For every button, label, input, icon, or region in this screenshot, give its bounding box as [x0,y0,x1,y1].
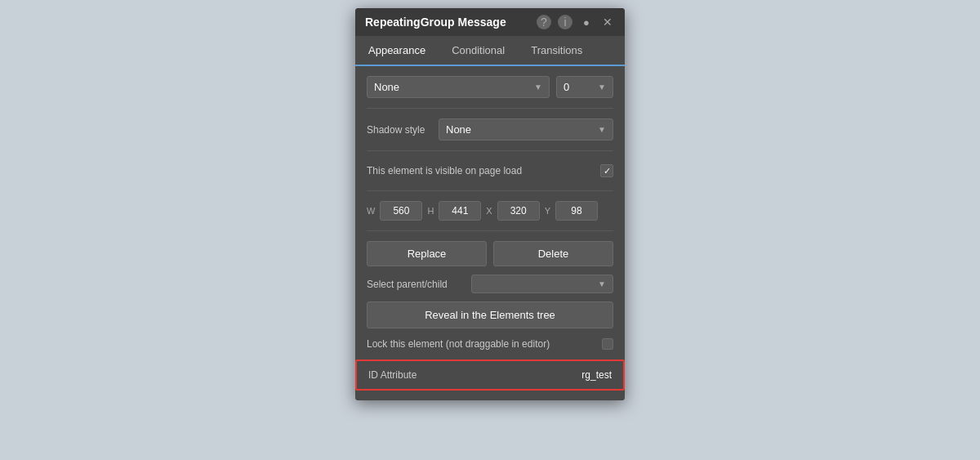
close-button[interactable]: ✕ [600,15,615,29]
shadow-dropdown[interactable]: None ▼ [439,118,613,141]
visibility-row: This element is visible on page load ✓ [367,161,613,181]
dimensions-row: W H X Y [367,201,613,221]
close-icon: ✕ [603,16,612,29]
visibility-label: This element is visible on page load [367,165,522,176]
help-icon: ? [541,16,547,29]
shadow-arrow: ▼ [598,125,606,134]
zero-dropdown-arrow: ▼ [598,83,606,92]
tabs-container: Appearance Conditional Transitions [355,36,625,66]
parent-child-dropdown[interactable]: ▼ [471,275,613,293]
panel: RepeatingGroup Message ? i ● ✕ Appearanc… [355,8,625,400]
replace-button[interactable]: Replace [367,241,487,266]
divider-3 [367,190,613,191]
none-dropdown[interactable]: None ▼ [367,76,550,98]
id-attribute-row: ID Attribute rg_test [355,360,625,391]
lock-checkbox[interactable] [602,338,613,350]
y-label: Y [545,206,550,216]
x-label: X [486,206,492,216]
panel-title: RepeatingGroup Message [365,16,506,29]
reveal-button[interactable]: Reveal in the Elements tree [367,301,613,328]
visibility-checkbox[interactable]: ✓ [600,164,613,177]
divider-2 [367,150,613,151]
comment-button[interactable]: ● [579,15,594,29]
action-buttons-row: Replace Delete [367,241,613,266]
lock-label: Lock this element (not draggable in edit… [367,338,550,350]
help-button[interactable]: ? [537,15,551,29]
visibility-check-icon: ✓ [604,166,611,176]
id-attr-label: ID Attribute [368,369,416,381]
zero-dropdown-value: 0 [564,81,569,93]
lock-row: Lock this element (not draggable in edit… [367,337,613,351]
h-label: H [427,206,434,216]
w-label: W [367,206,375,216]
y-input[interactable] [555,201,598,221]
w-input[interactable] [380,201,422,221]
zero-dropdown[interactable]: 0 ▼ [556,76,613,98]
tab-conditional[interactable]: Conditional [439,36,518,66]
shadow-label: Shadow style [367,124,432,136]
delete-button[interactable]: Delete [493,241,613,266]
title-bar: RepeatingGroup Message ? i ● ✕ [355,8,625,36]
parent-child-arrow: ▼ [598,279,606,288]
id-attr-value: rg_test [581,369,612,381]
info-icon: i [564,16,566,29]
parent-child-label: Select parent/child [367,279,465,290]
top-dropdowns-row: None ▼ 0 ▼ [367,76,613,98]
h-input[interactable] [439,201,481,221]
info-button[interactable]: i [558,15,572,29]
tab-appearance[interactable]: Appearance [355,36,439,66]
backdrop: RepeatingGroup Message ? i ● ✕ Appearanc… [0,0,980,460]
none-dropdown-arrow: ▼ [534,83,542,92]
parent-child-row: Select parent/child ▼ [367,275,613,293]
none-dropdown-value: None [374,81,399,93]
comment-icon: ● [583,16,590,29]
divider-1 [367,108,613,109]
tab-transitions[interactable]: Transitions [518,36,595,66]
divider-4 [367,230,613,231]
panel-body: None ▼ 0 ▼ Shadow style None ▼ [355,66,625,400]
title-icons: ? i ● ✕ [537,15,615,29]
shadow-row: Shadow style None ▼ [367,118,613,141]
shadow-value: None [446,123,471,136]
x-input[interactable] [497,201,540,221]
